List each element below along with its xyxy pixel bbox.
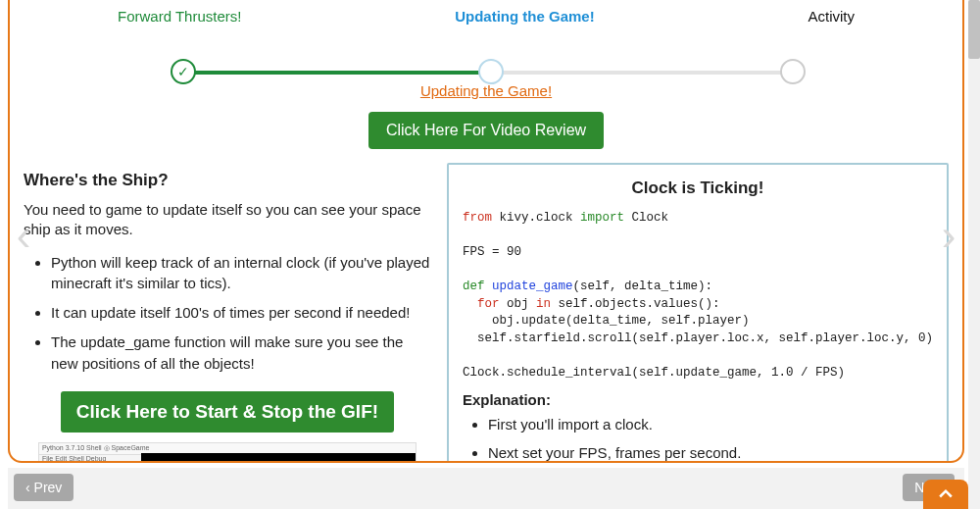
breadcrumb-active-link[interactable]: Updating the Game! [420,82,552,99]
code-panel: Clock is Ticking! from kivy.clock import… [447,163,949,463]
prev-button[interactable]: ‹ Prev [14,474,74,501]
gif-preview-window: Python 3.7.10 Shell ◎ SpaceGame File Edi… [38,442,416,463]
carousel-next-arrow[interactable]: › [931,206,964,265]
list-item: First you'll import a clock. [488,414,933,436]
list-item: Python will keep track of an internal cl… [51,252,431,295]
scrollbar-track[interactable] [968,0,980,509]
progress-stepper: Forward Thrusters! Updating the Game! Ac… [10,0,962,76]
list-item: The update_game function will make sure … [51,331,431,375]
explanation-list: First you'll import a clock. Next set yo… [463,414,933,463]
step-label-1: Forward Thrusters! [118,8,241,25]
gif-canvas [141,453,416,463]
left-intro: You need to game to update itself so you… [24,200,431,240]
left-heading: Where's the Ship? [24,171,431,190]
footer-nav-bar: ‹ Prev Next [8,468,964,509]
step-node-done[interactable]: ✓ [171,59,196,84]
scrollbar-thumb[interactable] [968,0,980,59]
code-panel-heading: Clock is Ticking! [463,178,933,198]
explanation-heading: Explanation: [463,391,933,408]
step-label-2: Updating the Game! [455,8,595,25]
step-node-todo[interactable] [780,59,806,84]
step-node-active[interactable] [478,59,504,84]
list-item: It can update itself 100's of times per … [51,302,431,324]
check-icon: ✓ [177,64,189,79]
carousel-prev-arrow[interactable]: ‹ [8,206,41,265]
chevron-up-icon [936,484,956,504]
stepper-track: ✓ [10,59,962,84]
code-block: from kivy.clock import Clock FPS = 90 de… [463,210,933,382]
list-item: Next set your FPS, frames per second. [488,442,933,464]
lesson-card: Forward Thrusters! Updating the Game! Ac… [8,0,964,463]
chevron-right-icon: › [942,211,956,260]
gif-toggle-button[interactable]: Click Here to Start & Stop the GIF! [61,391,394,433]
chevron-left-icon: ‹ [17,211,31,260]
step-label-3: Activity [808,8,855,25]
video-review-button[interactable]: Click Here For Video Review [368,112,604,149]
scroll-to-top-button[interactable] [923,480,968,509]
left-bullet-list: Python will keep track of an internal cl… [24,252,431,375]
left-column: Where's the Ship? You need to game to up… [24,163,431,463]
